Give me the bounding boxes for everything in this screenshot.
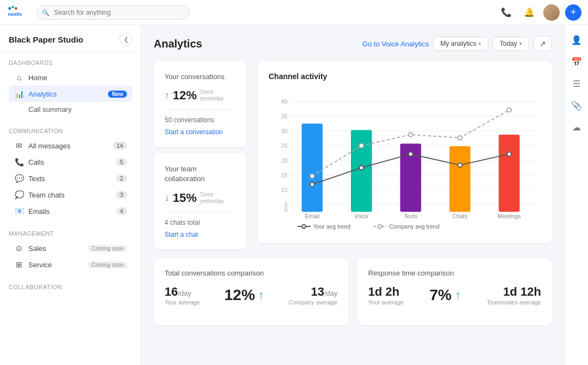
cloud-icon[interactable]: ☁ [567,118,586,136]
sidebar-item-label-emails: Emails [28,207,112,216]
svg-point-2 [8,7,11,10]
collaboration-percent: 15% [173,191,197,205]
svg-text:Company avg trend: Company avg trend [389,223,439,230]
svg-text:Voice: Voice [354,213,368,219]
attachment-icon[interactable]: 📎 [567,96,586,115]
response-pct: 7% [429,286,451,304]
your-avg-group: 16/day Your average [165,285,200,306]
svg-text:Email: Email [305,213,319,219]
today-chevron-icon: ▾ [519,41,522,46]
svg-text:nextiva: nextiva [8,11,22,16]
notification-bell-icon[interactable]: 🔔 [520,4,538,21]
svg-text:20: 20 [281,157,288,164]
user-avatar[interactable] [543,4,560,21]
channel-activity-card: Channel activity 40 35 30 25 2 [258,61,552,243]
right-iconbar: 👤 📅 ☰ 📎 ☁ [564,25,588,365]
today-dropdown[interactable]: Today ▾ [493,37,529,51]
collaboration-sub: 4 chats total [165,219,235,226]
sidebar-item-label-texts: Texts [28,175,112,183]
teammates-value: 1d 12h [487,285,541,299]
sidebar-item-sales[interactable]: ⊙ Sales Coming soon [9,240,132,256]
sidebar-section-label-dashboards: Dashboards [9,59,132,66]
all-messages-badge: 14 [113,142,127,149]
sidebar-collapse-button[interactable]: ❮ [119,33,132,46]
service-icon: ⊞ [14,260,24,269]
collaboration-card-title: Your team collaboration [165,164,235,184]
sidebar-item-all-messages[interactable]: ✉ All messages 14 [9,137,132,154]
sidebar-item-home[interactable]: ⌂ Home [9,69,132,86]
sidebar-section-label-management: Management [9,230,132,237]
conversations-since: Since yesterday [200,89,235,102]
response-time-title: Response time comparison [368,269,542,277]
your-trend-point [359,166,363,170]
search-bar[interactable]: 🔍 [37,5,190,20]
conversations-card-title: Your conversations [165,72,235,82]
top-cards-row: Your conversations ↑ 12% Since yesterday… [154,61,552,249]
svg-text:Meetings: Meetings [498,213,521,219]
sidebar-item-call-summary[interactable]: Call summary [9,102,132,117]
sidebar-section-management: Management ⊙ Sales Coming soon ⊞ Service… [0,223,141,276]
total-conversations-metrics: 16/day Your average 12% ↑ 13/day Company… [165,285,338,306]
voice-bar [351,130,372,212]
workspace-name: Black Paper Studio [9,35,83,44]
calls-badge: 5 [116,158,127,166]
start-conversation-link[interactable]: Start a conversation [165,128,235,136]
svg-text:30: 30 [281,128,288,134]
sidebar-item-label-sales: Sales [28,244,82,253]
list-icon[interactable]: ☰ [567,74,586,93]
calls-icon: 📞 [14,158,24,166]
service-coming-soon-badge: Coming soon [88,261,127,268]
conversations-metric: ↑ 12% Since yesterday [165,88,235,103]
company-trend-point [507,108,512,112]
profile-icon[interactable]: 👤 [567,31,586,49]
sidebar-item-label-analytics: Analytics [28,90,101,98]
sidebar-item-calls[interactable]: 📞 Calls 5 [9,154,132,170]
response-arrow-up-icon: ↑ [455,288,461,302]
svg-text:10: 10 [281,187,288,193]
search-icon: 🔍 [42,9,50,16]
my-analytics-label: My analytics [440,40,476,47]
share-button[interactable]: ↗ [534,36,552,51]
your-avg-label: Your average [165,299,200,306]
phone-icon[interactable]: 📞 [498,4,515,21]
sidebar-item-texts[interactable]: 💬 Texts 2 [9,170,132,187]
svg-point-4 [15,7,17,10]
teammates-group: 1d 12h Teammates average [487,285,541,306]
collaboration-metric: ↓ 15% Since yesterday [165,191,235,205]
my-analytics-dropdown[interactable]: My analytics ▾ [433,37,488,51]
sidebar-item-service[interactable]: ⊞ Service Coming soon [9,256,132,273]
response-time-metrics: 1d 2h Your average 7% ↑ 1d 12h Teammates… [368,285,542,306]
sidebar-item-team-chats[interactable]: 💭 Team chats 3 [9,187,132,203]
sidebar-item-emails[interactable]: 📧 Emails 4 [9,203,132,219]
today-label: Today [500,40,517,47]
voice-analytics-link[interactable]: Go to Voice Analytics [362,40,429,48]
sales-icon: ⊙ [14,244,24,253]
svg-text:Chats: Chats [452,213,468,219]
sidebar-item-label-team-chats: Team chats [28,191,112,199]
sidebar-item-analytics[interactable]: 📊 Analytics New [9,86,132,102]
your-avg-value: 16/day [165,285,200,299]
search-input[interactable] [37,5,190,20]
small-cards-column: Your conversations ↑ 12% Since yesterday… [154,61,249,249]
start-chat-link[interactable]: Start a chat [165,231,235,238]
sidebar-section-collaboration: Collaboration [0,276,141,297]
analytics-new-badge: New [108,91,127,98]
total-pct-group: 12% ↑ [225,286,264,304]
calendar-icon[interactable]: 📅 [567,52,586,71]
emails-icon: 📧 [14,207,24,216]
sidebar-header: Black Paper Studio ❮ [0,25,141,52]
svg-text:Your avg trend: Your avg trend [313,223,350,230]
sidebar-section-communication: Communication ✉ All messages 14 📞 Calls … [0,120,141,223]
conversations-percent: 12% [173,88,197,103]
team-chats-badge: 3 [116,191,127,199]
your-response-group: 1d 2h Your average [368,285,404,306]
svg-text:0: 0 [284,206,288,213]
page-header: Analytics Go to Voice Analytics My analy… [154,36,552,51]
add-button[interactable]: + [565,4,581,21]
sales-coming-soon-badge: Coming soon [88,245,127,252]
sidebar-item-label-all-messages: All messages [28,142,108,150]
response-pct-group: 7% ↑ [429,286,460,304]
bottom-cards-row: Total conversations comparison 16/day Yo… [154,258,552,325]
svg-text:40: 40 [281,98,288,105]
company-trend-point [310,174,314,178]
